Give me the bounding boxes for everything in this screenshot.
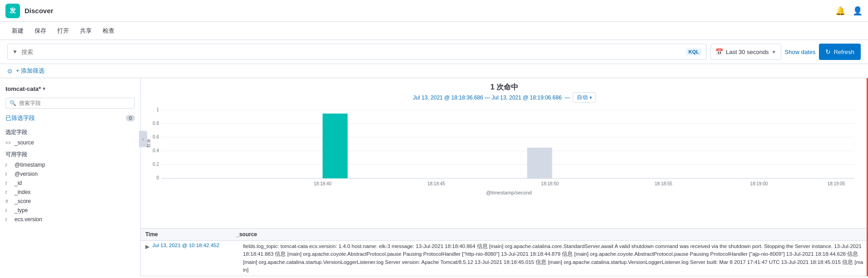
field-name-timestamp: @timestamp (15, 162, 45, 168)
available-fields-title: 可用字段 (0, 147, 140, 160)
svg-text:1: 1 (156, 107, 159, 112)
filtered-fields-count: 0 (126, 115, 135, 121)
svg-text:18:18:50: 18:18:50 (541, 181, 559, 186)
field-item-ecs[interactable]: t ecs.version (0, 215, 140, 224)
row-time: Jul 13, 2021 @ 10:18:42.452 (152, 243, 243, 248)
open-button[interactable]: 打开 (53, 25, 74, 37)
app-logo: 发 (5, 4, 20, 18)
bar-1 (322, 114, 347, 179)
field-name-score: _score (15, 198, 31, 204)
new-button[interactable]: 新建 (7, 25, 28, 37)
svg-text:18:18:55: 18:18:55 (655, 181, 672, 186)
bell-icon[interactable]: 🔔 (835, 6, 845, 16)
date-dropdown-icon: ▼ (772, 50, 776, 55)
calendar-icon: 📅 (715, 48, 723, 55)
x-axis: 18:18:40 18:18:45 18:18:50 18:18:55 18:1… (314, 181, 845, 186)
field-type-ecs: t (5, 217, 12, 222)
search-icon: 🔍 (10, 100, 16, 106)
chart-svg-wrap: 1 0.8 0.6 0.4 0.2 0 数量 (141, 104, 868, 228)
add-filter-button[interactable]: + 添加筛选 (16, 67, 45, 75)
col-header-source: _source (236, 231, 863, 238)
index-pattern-label: tomcat-cata* (5, 85, 41, 92)
field-item-source[interactable]: <> _source (0, 138, 140, 147)
chart-date-range: Jul 13, 2021 @ 18:18:36.686 — Jul 13, 20… (141, 92, 868, 103)
svg-text:0.4: 0.4 (153, 148, 159, 153)
date-range-label: Last 30 seconds (726, 49, 769, 55)
chevron-down-icon: ▾ (43, 86, 45, 92)
refresh-button[interactable]: ↻ Refresh (819, 44, 861, 60)
chart-date-range-text: Jul 13, 2021 @ 18:18:36.686 — Jul 13, 20… (413, 94, 561, 101)
field-name-id: _id (15, 180, 22, 186)
field-item-index[interactable]: t _index (0, 188, 140, 197)
index-dropdown-icon[interactable]: ▼ (12, 49, 18, 55)
svg-text:18:18:45: 18:18:45 (427, 181, 445, 186)
refresh-icon: ↻ (825, 48, 831, 55)
filter-back-button[interactable]: ⊙ (7, 68, 12, 74)
svg-text:0.2: 0.2 (153, 162, 159, 167)
field-type-id: t (5, 181, 12, 186)
back-icon: ⊙ (7, 68, 12, 74)
source-text: fields.log_topic: tomcat-cata ecs.versio… (243, 243, 863, 273)
field-name-ecs: ecs.version (15, 216, 42, 223)
search-bar-left: ▼ KQL (7, 44, 707, 60)
main-layout: tomcat-cata* ▾ 🔍 已筛选字段 0 选定字段 <> _source… (0, 78, 868, 276)
field-type-score: # (5, 199, 12, 204)
auto-chevron-icon: ▾ (590, 95, 592, 100)
sidebar: tomcat-cata* ▾ 🔍 已筛选字段 0 选定字段 <> _source… (0, 78, 141, 276)
date-picker[interactable]: 📅 Last 30 seconds ▼ (710, 44, 781, 60)
top-bar: 发 Discover 🔔 👤 (0, 0, 868, 22)
app-title: Discover (25, 7, 53, 15)
row-source: fields.log_topic: tomcat-cata ecs.versio… (243, 243, 863, 274)
field-type-source: <> (5, 140, 12, 145)
field-search-wrap: 🔍 (0, 95, 140, 111)
field-name-index: _index (15, 189, 30, 195)
svg-text:18:18:40: 18:18:40 (314, 181, 332, 186)
col-header-time: Time (145, 231, 236, 238)
search-bar: ▼ KQL 📅 Last 30 seconds ▼ Show dates ↻ R… (0, 40, 868, 64)
svg-text:0.6: 0.6 (153, 134, 159, 139)
field-item-timestamp[interactable]: t @timestamp (0, 160, 140, 169)
field-type-type: t (5, 208, 12, 213)
user-icon[interactable]: 👤 (853, 6, 863, 16)
table-row: ▶ Jul 13, 2021 @ 10:18:42.452 fields.log… (141, 241, 868, 276)
show-dates-button[interactable]: Show dates (785, 49, 816, 55)
kql-badge[interactable]: KQL (686, 48, 702, 55)
svg-text:18:19:00: 18:19:00 (750, 181, 768, 186)
refresh-label: Refresh (833, 49, 854, 55)
auto-label: 自动 (577, 94, 588, 101)
sidebar-collapse-toggle[interactable]: ‹ (139, 131, 147, 147)
field-item-version[interactable]: t @version (0, 169, 140, 179)
inspect-button[interactable]: 检查 (98, 25, 119, 37)
chart-count: 1 次命中 (141, 83, 868, 92)
chart-area: 1 次命中 Jul 13, 2021 @ 18:18:36.686 — Jul … (141, 78, 868, 276)
svg-text:0.8: 0.8 (153, 121, 159, 126)
row-expand-icon[interactable]: ▶ (145, 243, 149, 250)
field-search-input[interactable] (19, 100, 131, 106)
field-item-id[interactable]: t _id (0, 179, 140, 188)
selected-fields-title: 选定字段 (0, 125, 140, 138)
field-search-inner: 🔍 (5, 98, 135, 109)
histogram-chart: 1 0.8 0.6 0.4 0.2 0 数量 (145, 104, 863, 195)
chart-header: 1 次命中 Jul 13, 2021 @ 18:18:36.686 — Jul … (141, 78, 868, 104)
auto-select[interactable]: 自动 ▾ (573, 92, 596, 103)
field-item-score[interactable]: # _score (0, 197, 140, 206)
y-axis: 1 0.8 0.6 0.4 0.2 0 数量 (146, 107, 159, 180)
grid-lines (161, 110, 854, 178)
share-button[interactable]: 共享 (75, 25, 96, 37)
x-axis-label: @timestamp/second (486, 190, 531, 195)
field-type-timestamp: t (5, 163, 12, 168)
field-item-type[interactable]: t _type (0, 206, 140, 215)
index-pattern[interactable]: tomcat-cata* ▾ (0, 83, 140, 95)
filtered-fields-label: 已筛选字段 (5, 114, 35, 122)
results-table: Time _source ▶ Jul 13, 2021 @ 10:18:42.4… (141, 228, 868, 276)
top-bar-icons: 🔔 👤 (835, 6, 863, 16)
svg-text:0: 0 (156, 175, 159, 180)
save-button[interactable]: 保存 (30, 25, 51, 37)
filtered-fields-row[interactable]: 已筛选字段 0 (0, 111, 140, 125)
search-input[interactable] (21, 49, 682, 55)
field-type-index: t (5, 190, 12, 195)
field-name-version: @version (15, 171, 38, 177)
table-header-row: Time _source (141, 228, 868, 241)
svg-text:18:19:05: 18:19:05 (827, 181, 845, 186)
bar-2 (527, 148, 552, 179)
